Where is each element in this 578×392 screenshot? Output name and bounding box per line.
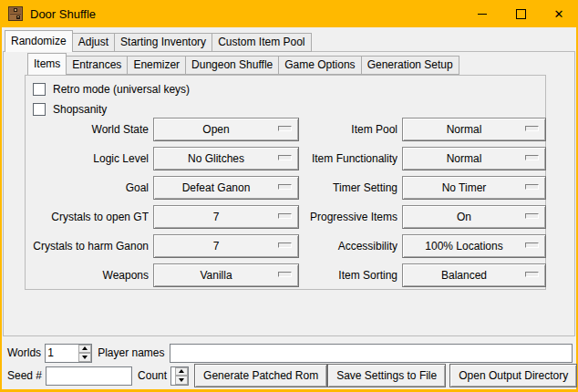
window-title: Door Shuffle [30,7,96,21]
seed-label: Seed # [7,369,42,382]
dropdown-indicator-icon [525,155,539,160]
player-names-label: Player names [98,346,164,359]
maximize-button[interactable] [501,0,540,27]
dropdown-indicator-icon [525,126,539,131]
minimize-button[interactable] [463,0,501,27]
sub-tab-enemizer[interactable]: Enemizer [127,56,186,75]
close-icon: ✕ [554,8,564,20]
count-label: Count [138,369,167,382]
main-tab-randomize[interactable]: Randomize [5,30,73,52]
dropdown-indicator-icon [525,184,539,190]
sub-tab-entrances[interactable]: Entrances [66,56,128,75]
close-button[interactable]: ✕ [540,0,578,27]
worlds-label: Worlds [7,346,41,359]
crystals-gt-dropdown[interactable]: 7 [153,205,299,229]
accessibility-dropdown[interactable]: 100% Locations [402,234,546,258]
progressive-items-dropdown[interactable]: On [402,205,546,229]
item-functionality-dropdown[interactable]: Normal [402,147,546,170]
weapons-label: Weapons [32,263,149,287]
sub-tab-bar: Items Entrances Enemizer Dungeon Shuffle… [27,53,459,75]
spin-up-icon [82,346,88,350]
weapons-dropdown[interactable]: Vanilla [153,263,299,287]
sub-tab-dungeon-shuffle[interactable]: Dungeon Shuffle [185,56,279,75]
dropdown-value: Balanced [441,269,507,282]
dropdown-indicator-icon [278,184,292,190]
dropdown-indicator-icon [278,242,292,248]
dropdown-indicator-icon [278,272,292,277]
progressive-items-label: Progressive Items [304,205,397,229]
item-pool-label: Item Pool [304,118,397,141]
retro-mode-label: Retro mode (universal keys) [53,83,190,96]
dropdown-indicator-icon [525,272,539,277]
dropdown-value: Defeat Ganon [182,181,271,194]
crystals-ganon-label: Crystals to harm Ganon [32,234,149,258]
maximize-icon [516,9,526,19]
spin-down-icon [179,378,184,382]
dropdown-indicator-icon [278,213,292,219]
window-controls: ✕ [463,0,578,27]
shopsanity-label: Shopsanity [53,103,107,116]
dropdown-indicator-icon [525,242,539,248]
dropdown-value: No Glitches [188,152,264,165]
app-icon [8,6,23,21]
seed-row: Seed # Count Generate Patched Rom Save S… [7,364,573,387]
item-pool-dropdown[interactable]: Normal [402,118,546,141]
dropdown-indicator-icon [525,213,539,219]
save-settings-button[interactable]: Save Settings to File [327,364,446,387]
retro-mode-checkbox[interactable] [33,83,46,96]
seed-input[interactable] [46,366,132,386]
crystals-ganon-dropdown[interactable]: 7 [153,234,299,258]
timer-setting-dropdown[interactable]: No Timer [402,176,546,200]
dropdown-value: 7 [213,211,240,223]
accessibility-label: Accessibility [304,234,397,258]
dropdown-value: On [457,211,491,223]
dropdown-indicator-icon [278,126,292,131]
main-tab-starting-inventory[interactable]: Starting Inventory [114,33,212,52]
sub-tab-generation-setup[interactable]: Generation Setup [361,56,459,75]
dropdown-value: 100% Locations [425,240,522,253]
sub-tab-items[interactable]: Items [27,53,67,75]
goal-dropdown[interactable]: Defeat Ganon [153,176,299,200]
main-tab-adjust[interactable]: Adjust [72,33,115,52]
window: Door Shuffle ✕ Randomize Adjust Starting… [0,0,578,392]
retro-mode-row[interactable]: Retro mode (universal keys) [33,80,190,98]
item-functionality-label: Item Functionality [304,147,397,170]
worlds-spin-up-button[interactable] [78,345,91,354]
worlds-spinbox [45,344,92,363]
worlds-spin-down-button[interactable] [78,353,91,362]
goal-label: Goal [32,176,149,200]
player-names-input[interactable] [170,344,573,363]
options-grid: World State Open Item Pool Normal Logic … [32,118,546,287]
dropdown-value: Normal [447,123,502,136]
sub-tab-game-options[interactable]: Game Options [278,56,361,75]
dropdown-value: Normal [447,152,502,165]
item-sorting-dropdown[interactable]: Balanced [402,263,546,287]
count-spinbox [170,366,189,386]
count-spin-down-button[interactable] [175,376,188,385]
dropdown-value: Open [202,123,249,136]
world-state-dropdown[interactable]: Open [153,118,299,141]
logic-level-dropdown[interactable]: No Glitches [153,147,299,170]
shopsanity-checkbox[interactable] [33,103,46,116]
items-panel: Retro mode (universal keys) Shopsanity W… [25,75,546,290]
dropdown-indicator-icon [278,155,292,160]
window-content: Randomize Adjust Starting Inventory Cust… [2,27,576,389]
worlds-row: Worlds Player names [7,343,573,363]
minimize-icon [478,14,487,15]
crystals-gt-label: Crystals to open GT [32,205,149,229]
logic-level-label: Logic Level [32,147,149,170]
worlds-input[interactable] [46,345,78,362]
shopsanity-row[interactable]: Shopsanity [33,100,107,119]
generate-patched-rom-button[interactable]: Generate Patched Rom [194,364,327,387]
main-tab-custom-item-pool[interactable]: Custom Item Pool [212,33,311,52]
dropdown-value: Vanilla [200,269,252,282]
world-state-label: World State [32,118,149,141]
count-spin-up-button[interactable] [175,367,188,377]
spin-down-icon [82,356,88,359]
timer-setting-label: Timer Setting [304,176,397,200]
item-sorting-label: Item Sorting [304,263,397,287]
titlebar[interactable]: Door Shuffle ✕ [0,0,578,27]
dropdown-value: 7 [213,240,240,253]
dropdown-value: No Timer [442,181,507,194]
open-output-directory-button[interactable]: Open Output Directory [449,364,577,387]
